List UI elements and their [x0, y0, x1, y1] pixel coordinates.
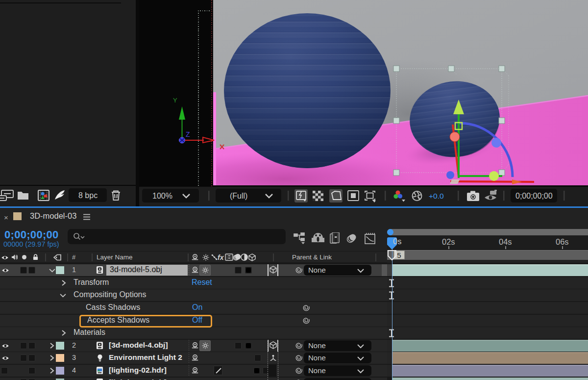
svg-text:8 bpc: 8 bpc — [78, 191, 98, 200]
svg-text:+0.0: +0.0 — [429, 192, 444, 200]
svg-text:100%: 100% — [152, 192, 172, 200]
svg-text:(Full): (Full) — [230, 192, 247, 200]
svg-text:0;00;00;00: 0;00;00;00 — [515, 192, 553, 200]
svg-text:Y: Y — [173, 97, 177, 104]
svg-text:Z: Z — [186, 130, 190, 138]
